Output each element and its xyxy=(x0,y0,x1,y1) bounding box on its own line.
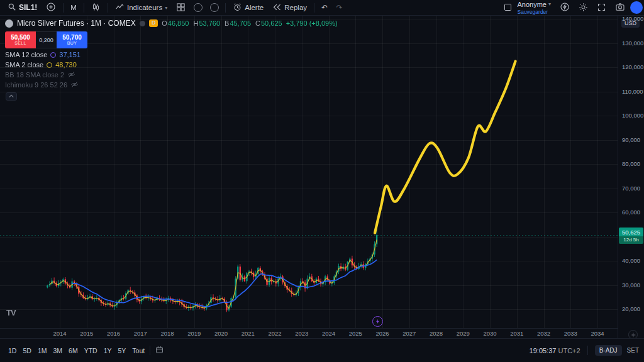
indicator-name: BB 18 SMA close 2 xyxy=(5,71,64,79)
replay-icon xyxy=(272,3,282,13)
add-symbol-button[interactable] xyxy=(42,1,60,14)
price-tick-label: 60,000 xyxy=(622,209,640,216)
quick-search-button[interactable] xyxy=(556,1,574,14)
legend-collapse-button[interactable] xyxy=(6,92,17,101)
range-5d-button[interactable]: 5D xyxy=(19,345,34,356)
undo-icon: ↶ xyxy=(321,3,328,12)
high-value: 53,760 xyxy=(199,19,220,27)
save-button[interactable]: Sauvegarder xyxy=(518,8,548,15)
settlement-toggle[interactable]: SET xyxy=(627,347,639,354)
range-1m-button[interactable]: 1M xyxy=(35,345,50,356)
open-label: O xyxy=(162,19,167,27)
calendar-icon xyxy=(155,348,164,355)
clock-button[interactable]: 19:05:37 UTC+2 xyxy=(530,347,580,354)
fullscreen-icon xyxy=(597,3,606,13)
publish-button[interactable] xyxy=(630,1,643,14)
sell-button[interactable]: 50,500 SELL xyxy=(5,31,36,48)
indicator-row-ichimoku[interactable]: Ichimoku 9 26 52 26 xyxy=(5,80,80,90)
chart-legend[interactable]: Micro Silver Futures · 1M · COMEX D O46,… xyxy=(5,19,338,28)
indicators-button[interactable]: Indicateurs ▾ xyxy=(111,1,171,14)
chart-pane: Micro Silver Futures · 1M · COMEX D O46,… xyxy=(0,16,618,328)
price-axis[interactable]: USD 140,000130,000120,000110,000100,0009… xyxy=(618,16,644,338)
buy-button[interactable]: 50,700 BUY xyxy=(57,31,87,48)
time-tick-label: 2016 xyxy=(104,330,123,337)
info-dot-icon[interactable] xyxy=(140,21,145,26)
go-to-date-button[interactable] xyxy=(152,344,167,357)
boost-lightning-icon[interactable] xyxy=(372,316,383,327)
replay-button[interactable]: Replay xyxy=(269,1,311,14)
layout-grid-button[interactable] xyxy=(172,1,189,14)
tradingview-logo[interactable]: TV xyxy=(6,308,16,317)
range-ytd-button[interactable]: YTD xyxy=(81,345,101,356)
alert-button[interactable]: Alerte xyxy=(229,1,267,14)
range-all-button[interactable]: Tout xyxy=(129,345,148,356)
toolbar-separator xyxy=(150,346,150,355)
time-tick-label: 2022 xyxy=(265,330,284,337)
range-1y-button[interactable]: 1Y xyxy=(101,345,115,356)
user-menu-button[interactable]: Anonyme ▾ xyxy=(518,1,552,8)
grid-layout-icon xyxy=(176,3,186,13)
search-icon xyxy=(8,3,16,13)
price-tick-label: 100,000 xyxy=(622,112,643,119)
undo-button[interactable]: ↶ xyxy=(318,1,331,14)
indicator-name: Ichimoku 9 26 52 26 xyxy=(5,81,67,89)
range-1d-button[interactable]: 1D xyxy=(5,345,19,356)
delayed-data-badge[interactable]: D xyxy=(149,19,158,27)
time-axis[interactable]: 2014201520162017201820192020202120222023… xyxy=(0,328,618,338)
candlestick-icon xyxy=(91,3,101,13)
chart-type-button[interactable] xyxy=(87,1,104,14)
sell-label: SELL xyxy=(14,41,26,46)
close-value: 50,625 xyxy=(261,19,282,27)
indicators-icon xyxy=(115,3,125,13)
back-adjust-toggle[interactable]: B-ADJ xyxy=(595,345,622,356)
chevron-down-icon: ▾ xyxy=(548,1,551,7)
buy-label: BUY xyxy=(67,41,77,46)
snapshot-button[interactable] xyxy=(611,1,629,14)
top-toolbar-right: Anonyme ▾ Sauvegarder xyxy=(499,0,641,15)
redo-button[interactable]: ↷ xyxy=(333,1,347,14)
range-3m-button[interactable]: 3M xyxy=(50,345,65,356)
last-price-value: 50,625 xyxy=(619,228,643,236)
chart-title: Micro Silver Futures · 1M · COMEX xyxy=(17,19,136,28)
indicator-row-sma2[interactable]: SMA 2 close 48,730 xyxy=(5,60,80,70)
open-value: 46,850 xyxy=(168,19,189,27)
circle-tool-button-1[interactable] xyxy=(194,3,203,12)
toolbar-separator xyxy=(314,3,314,13)
settings-button[interactable] xyxy=(575,1,592,14)
time-tick-label: 2033 xyxy=(561,330,580,337)
time-tick-label: 2021 xyxy=(238,330,257,337)
time-tick-label: 2019 xyxy=(185,330,204,337)
toolbar-separator xyxy=(225,3,226,13)
bar-countdown: 12d 5h xyxy=(619,236,643,244)
toolbar-separator xyxy=(587,346,588,355)
range-6m-button[interactable]: 6M xyxy=(65,345,81,356)
indicator-row-sma12[interactable]: SMA 12 close 37,151 xyxy=(5,50,80,60)
indicators-label: Indicateurs xyxy=(127,4,162,11)
time-tick-label: 2026 xyxy=(373,330,392,337)
tradingview-app: SIL1! M Indicateurs xyxy=(0,0,644,362)
top-toolbar: SIL1! M Indicateurs xyxy=(0,0,644,16)
symbol-search-button[interactable]: SIL1! xyxy=(4,1,41,14)
eye-off-icon[interactable] xyxy=(67,70,75,80)
indicator-row-bb[interactable]: BB 18 SMA close 2 xyxy=(5,70,80,80)
time-tick-label: 2027 xyxy=(400,330,419,337)
chart-canvas[interactable] xyxy=(0,16,618,328)
fullscreen-button[interactable] xyxy=(593,1,610,14)
close-label: C xyxy=(255,19,260,27)
settings-gear-icon xyxy=(579,3,588,13)
user-name-label: Anonyme xyxy=(518,1,547,8)
circle-tool-button-2[interactable] xyxy=(210,3,219,12)
price-tick-label: 30,000 xyxy=(622,282,640,288)
plus-circle-icon xyxy=(46,2,56,13)
layout-select-button[interactable] xyxy=(499,1,516,14)
interval-button[interactable]: M xyxy=(67,1,80,14)
buy-price: 50,700 xyxy=(62,34,82,41)
time-tick-label: 2025 xyxy=(346,330,365,337)
layout-square-icon xyxy=(503,3,513,13)
time-tick-label: 2014 xyxy=(50,330,69,337)
low-value: 45,705 xyxy=(230,19,251,27)
last-price-badge: 50,625 12d 5h xyxy=(619,228,643,244)
eye-off-icon[interactable] xyxy=(70,80,79,90)
symbol-label: SIL1! xyxy=(19,3,37,12)
range-5y-button[interactable]: 5Y xyxy=(115,345,130,356)
